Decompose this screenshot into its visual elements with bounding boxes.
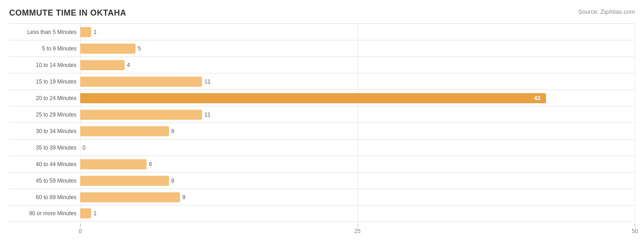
bar-row: 20 to 24 Minutes42 (9, 89, 635, 106)
bar-value: 11 (204, 112, 210, 118)
bar-value: 5 (138, 45, 141, 52)
bar-row: 25 to 29 Minutes11 (9, 106, 635, 123)
bar-label: 5 to 9 Minutes (9, 45, 80, 52)
bar-track: 8 (80, 123, 635, 139)
bar-fill: 42 (80, 93, 546, 103)
bar-label: 25 to 29 Minutes (9, 112, 80, 118)
bar-track: 42 (80, 90, 635, 106)
bar-fill (80, 159, 147, 169)
bar-value: 42 (534, 95, 543, 101)
bar-row: Less than 5 Minutes1 (9, 23, 635, 40)
bar-label: 15 to 19 Minutes (9, 78, 80, 85)
bar-track: 1 (80, 24, 635, 40)
bar-value: 6 (149, 161, 152, 167)
bar-label: 45 to 59 Minutes (9, 178, 80, 184)
bar-label: 40 to 44 Minutes (9, 161, 80, 167)
bar-track: 0 (80, 140, 635, 156)
x-axis-label: 50 (632, 228, 638, 234)
chart-container: COMMUTE TIME IN OKTAHA Source: ZipAtlas.… (0, 0, 644, 240)
bar-label: 35 to 39 Minutes (9, 145, 80, 151)
bar-label: Less than 5 Minutes (9, 29, 80, 35)
bars-area: Less than 5 Minutes15 to 9 Minutes510 to… (9, 23, 635, 222)
bar-track: 4 (80, 57, 635, 73)
chart-source: Source: ZipAtlas.com (578, 8, 635, 15)
bar-track: 11 (80, 73, 635, 89)
chart-header: COMMUTE TIME IN OKTAHA Source: ZipAtlas.… (9, 8, 635, 18)
chart-title: COMMUTE TIME IN OKTAHA (9, 8, 126, 18)
bar-fill (80, 126, 169, 136)
bar-fill (80, 44, 136, 54)
bar-row: 5 to 9 Minutes5 (9, 40, 635, 56)
bar-fill (80, 77, 202, 87)
bar-fill (80, 27, 91, 37)
bar-value: 9 (182, 194, 186, 201)
bar-row: 90 or more Minutes1 (9, 205, 635, 222)
bar-fill (80, 208, 91, 218)
x-axis-label: 0 (79, 228, 82, 234)
bar-row: 10 to 14 Minutes4 (9, 56, 635, 73)
bar-value: 0 (82, 145, 86, 151)
bar-label: 20 to 24 Minutes (9, 95, 80, 101)
bar-label: 10 to 14 Minutes (9, 62, 80, 68)
x-axis: 02550 (80, 223, 635, 236)
bar-value: 4 (127, 62, 130, 68)
bar-value: 1 (93, 29, 97, 35)
bar-row: 45 to 59 Minutes8 (9, 172, 635, 189)
bar-row: 35 to 39 Minutes0 (9, 139, 635, 156)
bar-track: 5 (80, 40, 635, 56)
bar-row: 15 to 19 Minutes11 (9, 73, 635, 89)
bar-value: 8 (171, 128, 175, 134)
bar-fill (80, 110, 202, 120)
bar-track: 1 (80, 206, 635, 221)
bar-value: 11 (204, 78, 210, 85)
x-axis-label: 25 (355, 228, 360, 234)
bar-fill (80, 60, 125, 70)
bar-fill (80, 192, 180, 202)
bar-value: 8 (171, 178, 175, 184)
bar-track: 11 (80, 106, 635, 123)
bar-label: 90 or more Minutes (9, 210, 80, 217)
bar-row: 40 to 44 Minutes6 (9, 156, 635, 172)
bar-value: 1 (93, 210, 97, 217)
bar-label: 60 to 89 Minutes (9, 194, 80, 201)
bar-fill (80, 176, 169, 186)
bar-track: 9 (80, 189, 635, 205)
bar-label: 30 to 34 Minutes (9, 128, 80, 134)
bar-row: 30 to 34 Minutes8 (9, 123, 635, 139)
bar-track: 8 (80, 173, 635, 189)
bar-row: 60 to 89 Minutes9 (9, 189, 635, 205)
bar-track: 6 (80, 156, 635, 172)
